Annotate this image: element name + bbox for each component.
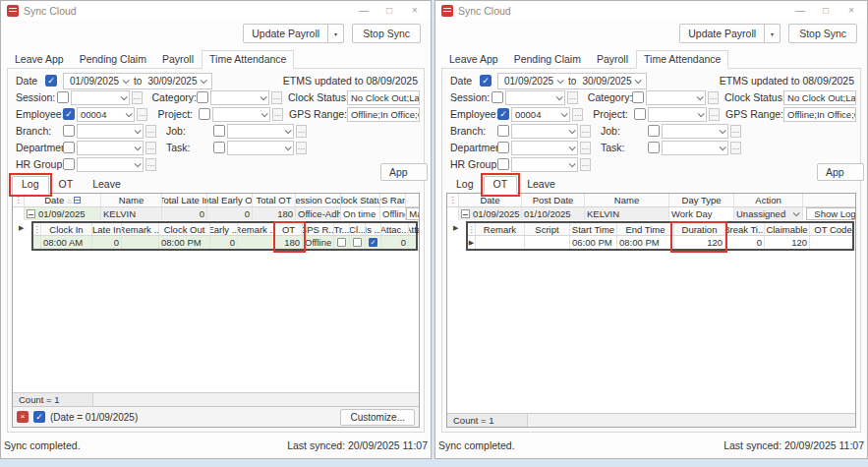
employee-combo[interactable]: 00004 — [511, 107, 570, 122]
clock-status-value[interactable]: No Clock Out;Late — [783, 90, 856, 105]
session-browse-button[interactable]: … — [567, 91, 578, 104]
show-log-button[interactable]: Show Log — [806, 207, 856, 220]
close-button[interactable]: × — [845, 2, 857, 20]
gps-range-value[interactable]: Offline;In Office;Ou — [783, 107, 856, 122]
drag-handle-icon[interactable]: ⋮ — [468, 223, 476, 235]
update-payroll-dropdown[interactable]: ▾ — [327, 25, 343, 42]
task-checkbox[interactable] — [648, 142, 660, 153]
header-late-in[interactable]: Late In — [92, 223, 122, 235]
maximize-button[interactable]: □ — [383, 2, 395, 20]
branch-browse-button[interactable]: … — [145, 125, 156, 138]
update-payroll-dropdown[interactable]: ▾ — [764, 25, 780, 42]
filter-close-button[interactable] — [17, 411, 29, 423]
collapse-icon[interactable] — [27, 209, 35, 218]
header-remark[interactable]: Remark — [476, 223, 525, 235]
grid-header-row[interactable]: ⋮ Date△ Name Total Late In Total Early O… — [13, 194, 419, 207]
hr-group-combo[interactable] — [77, 157, 144, 172]
header-date[interactable]: Date△ — [25, 194, 101, 206]
stop-sync-button[interactable]: Stop Sync — [352, 24, 421, 43]
date-from-select[interactable]: 01/09/2025 — [502, 76, 564, 87]
cl-checkbox[interactable] — [353, 238, 362, 247]
header-clock-status[interactable]: Clock Status — [341, 194, 380, 206]
session-checkbox[interactable] — [492, 91, 503, 103]
category-browse-button[interactable]: … — [271, 91, 282, 104]
detail-row[interactable]: ▶ 06:00 PM 08:00 PM 120 0 120 — [468, 236, 852, 249]
header-claimable[interactable]: Claimable — [765, 223, 810, 235]
tab-time-attendance[interactable]: Time Attendance — [636, 50, 728, 69]
detail-header-row[interactable]: ⋮ Clock In Late In Remark ... Clock Out … — [33, 223, 416, 236]
gps-range-value[interactable]: Offline;In Office;Ou — [347, 107, 420, 122]
hr-group-combo[interactable] — [511, 157, 578, 172]
header-session-code[interactable]: Session Code — [296, 194, 341, 206]
date-checkbox[interactable] — [480, 75, 492, 87]
header-attach-1[interactable]: Attac... — [381, 223, 409, 235]
department-checkbox[interactable] — [497, 142, 509, 153]
date-to-select[interactable]: 30/09/2025 — [145, 76, 207, 87]
grid-header-row[interactable]: ⋮ Date Post Date Name Day Type Action — [447, 194, 855, 207]
titlebar[interactable]: Sync Cloud — □ × — [1, 1, 431, 21]
grid-tab-log[interactable]: Log — [12, 176, 49, 194]
employee-browse-button[interactable]: … — [572, 108, 583, 121]
drag-handle-icon[interactable]: ⋮ — [447, 194, 459, 206]
date-to-select[interactable]: 30/09/2025 — [580, 76, 642, 87]
job-checkbox[interactable] — [213, 125, 225, 137]
update-payroll-button[interactable]: Update Payroll — [680, 25, 764, 42]
header-total-late-in[interactable]: Total Late In — [162, 194, 207, 206]
hr-group-browse-button[interactable]: … — [145, 158, 156, 171]
cell-date[interactable]: 01/09/2025 — [459, 207, 522, 220]
session-combo[interactable] — [71, 90, 130, 105]
project-combo[interactable] — [212, 107, 270, 122]
header-end-time[interactable]: End Time — [617, 223, 674, 235]
filter-icon[interactable] — [74, 197, 81, 204]
project-browse-button[interactable]: … — [709, 108, 720, 121]
is-checkbox[interactable] — [369, 238, 377, 247]
detail-header-row[interactable]: ⋮ Remark Script Start Time End Time Dura… — [468, 223, 852, 236]
department-browse-button[interactable]: … — [580, 142, 591, 154]
close-button[interactable]: × — [409, 2, 421, 20]
department-checkbox[interactable] — [63, 142, 75, 153]
session-checkbox[interactable] — [57, 91, 69, 103]
session-combo[interactable] — [505, 90, 565, 105]
category-combo[interactable] — [646, 90, 706, 105]
job-checkbox[interactable] — [648, 125, 660, 137]
grid-tab-ot[interactable]: OT — [49, 176, 84, 193]
branch-browse-button[interactable]: … — [580, 125, 591, 138]
cell-date[interactable]: 01/09/2025 — [25, 207, 101, 220]
table-row[interactable]: 01/09/2025 KELVIN 0 0 180 Office-Adhoc O… — [13, 207, 419, 220]
category-combo[interactable] — [210, 90, 269, 105]
minimize-button[interactable]: — — [358, 2, 370, 20]
detail-row[interactable]: 08:00 AM 0 08:00 PM 0 180 Offline 0 0 — [33, 236, 416, 249]
header-cl[interactable]: Cl... — [350, 223, 366, 235]
hr-group-checkbox[interactable] — [63, 158, 75, 170]
task-combo[interactable] — [662, 141, 728, 155]
map-button[interactable]: Map — [406, 207, 420, 220]
header-tr[interactable]: Tr... — [334, 223, 350, 235]
header-is[interactable]: Is ... — [366, 223, 381, 235]
category-browse-button[interactable]: … — [708, 91, 719, 104]
header-name[interactable]: Name — [101, 194, 162, 206]
tab-payroll[interactable]: Payroll — [154, 50, 202, 68]
header-duration[interactable]: Duration — [674, 223, 725, 235]
header-start-time[interactable]: Start Time — [570, 223, 617, 235]
clock-status-value[interactable]: No Clock Out;Late — [347, 90, 420, 105]
project-checkbox[interactable] — [199, 108, 210, 120]
job-combo[interactable] — [227, 124, 294, 139]
branch-combo[interactable] — [77, 124, 144, 139]
branch-checkbox[interactable] — [497, 125, 509, 137]
project-checkbox[interactable] — [634, 108, 646, 120]
tab-leave-app[interactable]: Leave App — [7, 50, 72, 68]
tab-pending-claim[interactable]: Pending Claim — [506, 50, 589, 68]
tab-payroll[interactable]: Payroll — [589, 50, 636, 68]
branch-checkbox[interactable] — [63, 125, 75, 137]
department-combo[interactable] — [77, 141, 144, 155]
date-checkbox[interactable] — [45, 75, 57, 87]
header-gps-range[interactable]: GPS Range — [380, 194, 406, 206]
titlebar[interactable]: Sync Cloud — □ × — [435, 1, 867, 21]
department-combo[interactable] — [511, 141, 578, 155]
header-name[interactable]: Name — [585, 194, 669, 206]
header-early[interactable]: Early ... — [210, 223, 238, 235]
category-checkbox[interactable] — [632, 91, 644, 103]
project-browse-button[interactable]: … — [272, 108, 283, 121]
header-total-ot[interactable]: Total OT — [253, 194, 296, 206]
header-date[interactable]: Date — [459, 194, 522, 206]
